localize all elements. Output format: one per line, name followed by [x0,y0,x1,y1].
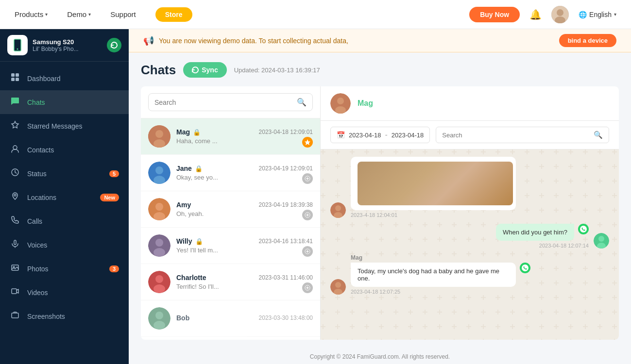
whatsapp-icon [578,224,589,234]
chat-info-bob: Bob 2023-03-30 13:48:00 [176,314,313,323]
sidebar-item-videos[interactable]: Videos [0,281,129,304]
date-separator: - [385,131,388,139]
banner-text: You are now viewing demo data. To start … [159,37,554,45]
chat-name: Mag [176,128,190,136]
sidebar-item-dashboard[interactable]: Dashboard [0,66,129,90]
sidebar-item-screenshots[interactable]: Screenshots [0,304,129,328]
message-item: 2023-4-18 12:04:01 [330,157,609,218]
sidebar-item-starred[interactable]: Starred Messages [0,114,129,138]
chat-item-amy[interactable]: Amy 2023-04-19 18:39:38 Oh, yeah. [141,191,320,228]
chat-avatar-bob [148,307,171,330]
chat-item-jane[interactable]: Jane 🔒 2023-04-19 12:09:01 Okay, see yo.… [141,155,320,191]
sidebar-item-photos[interactable]: Photos 3 [0,257,129,281]
dashboard-icon [10,73,20,84]
chat-detail-header: Mag [321,86,619,121]
lock-icon: 🔒 [193,129,201,136]
detail-avatar [330,93,351,114]
sidebar-item-label: Locations [27,194,56,201]
date-from: 2023-04-18 [349,132,381,139]
chat-preview: Terrific! So I'll... [176,283,264,290]
svg-point-57 [598,236,604,242]
chats-header: Chats Sync Updated: 2024-03-13 16:39:17 [141,62,619,78]
chat-badge-grey [302,210,313,220]
message-item: When did you get him? 2023-04-18 12:07:1… [330,224,609,248]
footer-text: Copyright © 2024 FamiGuard.com. All righ… [310,353,450,360]
chat-preview: Yes! I'll tell m... [176,247,264,254]
sidebar-item-locations[interactable]: Locations New [0,185,129,209]
nav-support[interactable]: Support [110,10,136,18]
calls-icon [10,215,20,227]
text-bubble-right: When did you get him? [496,224,574,241]
message-content-left: Mag Today, my uncle's dog had a baby and… [351,254,530,295]
search-input-wrap[interactable]: 🔍 [148,93,313,111]
sidebar-item-label: Chats [27,99,45,106]
message-time: 2023-04-18 12:07:25 [351,289,530,295]
chat-detail-toolbar: 📅 2023-04-18 - 2023-04-18 🔍 [321,121,619,149]
message-content-right: When did you get him? 2023-04-18 12:07:1… [496,224,589,248]
star-icon [10,120,20,132]
chat-list-panel: 🔍 Mag 🔒 [141,86,321,340]
chat-search-bar: 🔍 [141,86,320,118]
message-time: 2023-04-18 12:07:14 [496,243,589,248]
status-badge: 5 [109,170,119,177]
sidebar-item-label: Screenshots [27,313,65,320]
message-search-wrap[interactable]: 🔍 [436,127,609,143]
updated-text: Updated: 2024-03-13 16:39:17 [234,66,320,74]
svg-point-4 [17,49,18,50]
nav-demo[interactable]: Demo ▾ [67,10,91,18]
chevron-down-icon: ▾ [45,12,48,17]
chat-image [358,162,513,205]
sidebar-item-chats[interactable]: Chats [0,90,129,114]
calendar-icon: 📅 [337,131,345,139]
chat-item-willy[interactable]: Willy 🔒 2023-04-16 13:18:41 Yes! I'll te… [141,228,320,264]
status-icon [10,168,20,179]
svg-point-12 [14,194,16,196]
chat-name: Charlotte [176,274,206,281]
svg-point-60 [335,282,341,288]
whatsapp-icon [520,263,530,273]
content-area: 📢 You are now viewing demo data. To star… [129,29,631,364]
search-input[interactable] [154,99,293,106]
chat-item-mag[interactable]: Mag 🔒 2023-04-18 12:09:01 Haha, come ... [141,118,320,155]
device-icon-box [7,35,28,55]
chat-item-charlotte[interactable]: Charlotte 2023-03-31 11:46:00 Terrific! … [141,264,320,300]
svg-point-24 [155,166,163,174]
chat-info-amy: Amy 2023-04-19 18:39:38 Oh, yeah. [176,201,313,217]
nav-right-actions: Buy Now 🔔 🌐 English ▾ [469,6,616,23]
chat-info-mag: Mag 🔒 2023-04-18 12:09:01 Haha, come ... [176,128,313,145]
bind-device-button[interactable]: bind a device [559,34,616,47]
sidebar-sync-button[interactable] [107,38,121,52]
page-title: Chats [141,63,176,78]
chat-messages: 2023-4-18 12:04:01 When did you get him? [321,149,619,340]
store-button[interactable]: Store [155,7,192,22]
photos-badge: 3 [109,265,119,272]
chat-item-bob[interactable]: Bob 2023-03-30 13:48:00 [141,300,320,337]
notification-bell-icon[interactable]: 🔔 [529,9,542,20]
svg-rect-5 [11,73,15,77]
svg-point-51 [337,98,344,104]
sidebar-item-label: Photos [27,265,49,273]
message-avatar [330,202,346,218]
chat-time: 2023-04-16 13:18:41 [259,238,313,245]
lock-icon: 🔒 [195,238,203,245]
voices-icon [10,239,20,250]
language-selector[interactable]: 🌐 English ▾ [579,11,616,18]
message-search-input[interactable] [442,132,590,139]
sidebar-item-status[interactable]: Status 5 [0,162,129,185]
user-avatar[interactable] [551,6,569,23]
chat-items: Mag 🔒 2023-04-18 12:09:01 Haha, come ... [141,118,320,340]
sync-button[interactable]: Sync [183,62,226,78]
date-range-picker[interactable]: 📅 2023-04-18 - 2023-04-18 [330,127,430,143]
sidebar-item-voices[interactable]: Voices [0,233,129,257]
chat-avatar-mag [148,125,171,148]
sidebar-item-contacts[interactable]: Contacts [0,138,129,162]
starred-badge [302,137,313,148]
svg-point-37 [153,248,165,257]
sidebar-item-calls[interactable]: Calls [0,209,129,233]
sidebar-item-label: Dashboard [27,75,61,83]
device-name: Samsung S20 [33,38,102,46]
nav-products[interactable]: Products ▾ [15,10,48,18]
chats-icon [10,97,20,108]
sidebar-item-label: Contacts [27,146,54,154]
buynow-button[interactable]: Buy Now [469,7,520,22]
